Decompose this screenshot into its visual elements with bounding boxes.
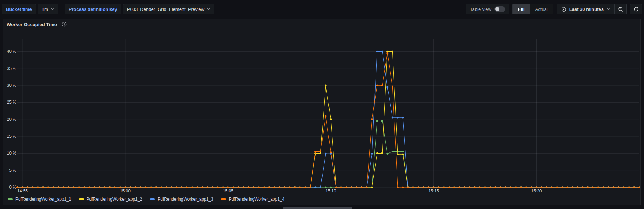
horizontal-scrollbar[interactable]: [283, 207, 352, 209]
time-range-label: Last 30 minutes: [569, 7, 604, 12]
svg-text:15:20: 15:20: [531, 189, 542, 194]
legend-series-label: PdfRenderingWorker_app1_4: [229, 197, 285, 202]
legend-series-label: PdfRenderingWorker_app1_2: [87, 197, 142, 202]
svg-text:15:15: 15:15: [429, 189, 439, 194]
legend: PdfRenderingWorker_app1_1PdfRenderingWor…: [8, 197, 284, 202]
chevron-down-icon: [51, 7, 54, 11]
table-view-toggle[interactable]: Table view: [466, 4, 509, 14]
svg-text:15:05: 15:05: [223, 189, 233, 194]
table-view-label: Table view: [470, 7, 491, 12]
process-definition-key-value: P003_Render_Grid_Element_Preview: [127, 7, 204, 12]
dashboard-page: Bucket time 1m Process definition key P0…: [0, 0, 644, 209]
legend-series-label: PdfRenderingWorker_app1_3: [158, 197, 213, 202]
svg-text:0 %: 0 %: [9, 185, 16, 190]
svg-text:5 %: 5 %: [9, 168, 16, 173]
zoom-out-button[interactable]: [615, 4, 626, 14]
toolbar: Bucket time 1m Process definition key P0…: [2, 4, 642, 15]
fill-actual-segmented-control: Fill Actual: [512, 4, 553, 14]
legend-series-color: [8, 198, 13, 200]
legend-item-PdfRenderingWorker_app1_3[interactable]: PdfRenderingWorker_app1_3: [150, 197, 213, 202]
bucket-time-label-text: Bucket time: [6, 7, 32, 12]
legend-series-color: [79, 198, 84, 200]
process-definition-key-select[interactable]: P003_Render_Grid_Element_Preview: [123, 4, 214, 14]
legend-series-color: [150, 198, 155, 200]
magnifier-minus-icon: [618, 7, 623, 12]
svg-text:15:00: 15:00: [120, 189, 131, 194]
svg-text:15 %: 15 %: [7, 134, 17, 139]
refresh-button[interactable]: [630, 4, 642, 14]
svg-text:14:55: 14:55: [17, 189, 28, 194]
svg-text:30 %: 30 %: [7, 83, 17, 88]
legend-item-PdfRenderingWorker_app1_4[interactable]: PdfRenderingWorker_app1_4: [221, 197, 285, 202]
chart[interactable]: 0 %5 %10 %15 %20 %25 %30 %35 %40 %14:551…: [3, 19, 640, 195]
bucket-time-select[interactable]: 1m: [38, 4, 58, 14]
svg-text:40 %: 40 %: [7, 49, 17, 54]
fill-button[interactable]: Fill: [513, 4, 530, 14]
actual-button[interactable]: Actual: [530, 4, 553, 14]
bucket-time-label[interactable]: Bucket time: [2, 4, 36, 14]
chevron-down-icon: [207, 7, 210, 11]
legend-item-PdfRenderingWorker_app1_1[interactable]: PdfRenderingWorker_app1_1: [8, 197, 71, 202]
toolbar-right: Table view Fill Actual Last 30 minutes: [466, 4, 642, 14]
toolbar-left: Bucket time 1m Process definition key P0…: [2, 4, 214, 14]
table-view-switch[interactable]: [494, 6, 505, 12]
svg-text:35 %: 35 %: [7, 66, 17, 71]
switch-knob: [495, 7, 499, 11]
svg-text:15:10: 15:10: [326, 189, 336, 194]
svg-text:25 %: 25 %: [7, 100, 17, 105]
legend-series-label: PdfRenderingWorker_app1_1: [15, 197, 71, 202]
process-definition-key-label[interactable]: Process definition key: [65, 4, 121, 14]
bucket-time-value: 1m: [42, 7, 48, 12]
svg-text:10 %: 10 %: [7, 151, 17, 156]
refresh-icon: [633, 7, 639, 12]
svg-text:20 %: 20 %: [7, 117, 17, 122]
process-definition-key-label-text: Process definition key: [69, 7, 117, 12]
time-controls: Last 30 minutes: [557, 4, 627, 14]
time-range-picker[interactable]: Last 30 minutes: [557, 4, 614, 14]
legend-series-color: [221, 198, 226, 200]
worker-occupied-time-panel: Worker Occupied Time 0 %5 %10 %15 %20 %2…: [3, 19, 641, 205]
clock-icon: [561, 7, 566, 12]
chevron-down-icon: [606, 7, 610, 11]
legend-item-PdfRenderingWorker_app1_2[interactable]: PdfRenderingWorker_app1_2: [79, 197, 142, 202]
